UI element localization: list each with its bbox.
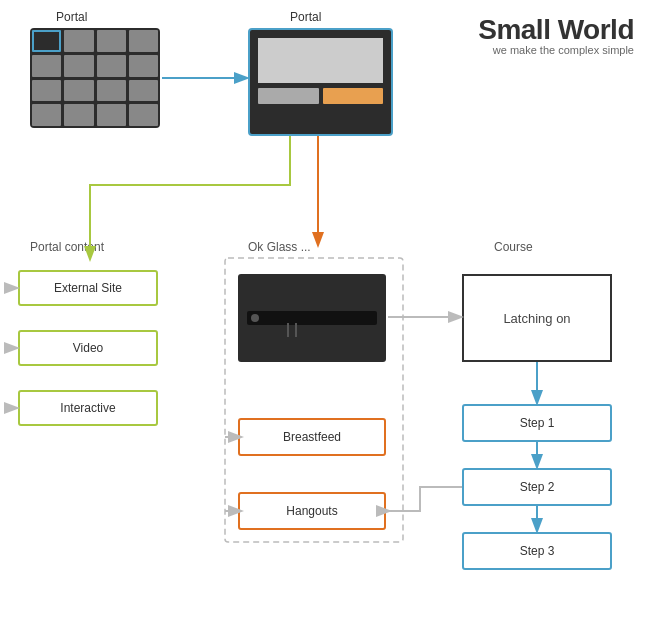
step2-box: Step 2: [462, 468, 612, 506]
grid-cell: [32, 104, 61, 126]
glass-arms: [287, 323, 297, 337]
grid-cell: [97, 55, 126, 77]
breastfeed-box: Breastfeed: [238, 418, 386, 456]
grid-cell: [64, 55, 93, 77]
logo-title: Small World: [478, 14, 634, 46]
grid-cell: [97, 104, 126, 126]
portal-btn-left: [258, 88, 319, 104]
interactive-box: Interactive: [18, 390, 158, 426]
grid-cell: [32, 80, 61, 102]
video-box: Video: [18, 330, 158, 366]
glass-device: [247, 311, 377, 325]
glass-arm-right: [295, 323, 297, 337]
portal-right-box: [248, 28, 393, 136]
portal-right-label: Portal: [290, 10, 321, 24]
step1-box: Step 1: [462, 404, 612, 442]
portal-bottom-buttons: [258, 88, 383, 104]
hangouts-box: Hangouts: [238, 492, 386, 530]
grid-cell: [129, 104, 158, 126]
grid-cell: [129, 30, 158, 52]
grid-cell: [129, 55, 158, 77]
external-site-box: External Site: [18, 270, 158, 306]
glass-arm-left: [287, 323, 289, 337]
portal-left-label: Portal: [56, 10, 87, 24]
step3-box: Step 3: [462, 532, 612, 570]
grid-cell: [64, 80, 93, 102]
portal-left-box: [30, 28, 160, 128]
portal-btn-right: [323, 88, 384, 104]
portal-right-inner: [258, 38, 383, 126]
glass-lens: [251, 314, 259, 322]
grid-cell: [32, 55, 61, 77]
glass-device-box: [238, 274, 386, 362]
grid-cell: [97, 80, 126, 102]
logo: Small World we make the complex simple: [478, 14, 634, 56]
portal-grid: [30, 28, 160, 128]
grid-cell: [64, 104, 93, 126]
grid-cell: [97, 30, 126, 52]
portal-content-label: Portal content: [30, 240, 104, 254]
grid-cell: [64, 30, 93, 52]
portal-preview-image: [258, 38, 383, 83]
latching-on-box: Latching on: [462, 274, 612, 362]
grid-cell: [129, 80, 158, 102]
logo-subtitle: we make the complex simple: [478, 44, 634, 56]
course-label: Course: [494, 240, 533, 254]
grid-cell-highlight: [32, 30, 61, 52]
ok-glass-label: Ok Glass ...: [248, 240, 311, 254]
